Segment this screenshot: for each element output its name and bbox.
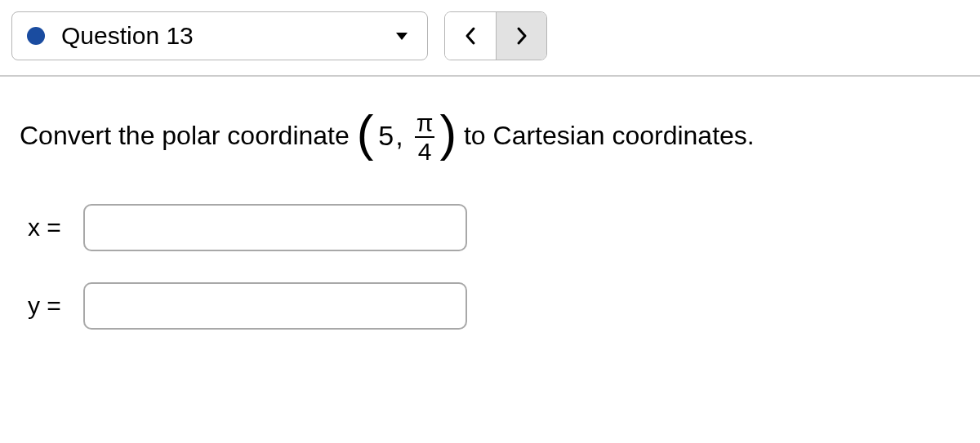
polar-r-value: 5 bbox=[378, 120, 394, 152]
prev-question-button[interactable] bbox=[445, 12, 496, 60]
left-paren: ( bbox=[357, 108, 374, 158]
next-question-button[interactable] bbox=[496, 12, 546, 60]
y-input[interactable] bbox=[83, 282, 467, 330]
theta-denominator: 4 bbox=[416, 138, 434, 165]
chevron-left-icon bbox=[464, 26, 477, 46]
polar-comma: , bbox=[395, 120, 403, 152]
right-paren: ) bbox=[439, 108, 457, 158]
theta-numerator: π bbox=[415, 109, 435, 136]
x-answer-row: x = bbox=[20, 204, 960, 251]
question-selector-dropdown[interactable]: Question 13 bbox=[11, 11, 428, 60]
polar-theta-fraction: π 4 bbox=[415, 109, 435, 165]
header-divider bbox=[0, 75, 980, 77]
question-header: Question 13 bbox=[11, 11, 969, 60]
y-label: y = bbox=[28, 292, 83, 320]
chevron-right-icon bbox=[515, 26, 528, 46]
x-input[interactable] bbox=[83, 204, 467, 251]
prompt-post-text: to Cartesian coordinates. bbox=[457, 121, 755, 151]
caret-down-icon bbox=[396, 33, 408, 40]
status-dot-icon bbox=[27, 27, 45, 45]
prompt-pre-text: Convert the polar coordinate bbox=[20, 121, 357, 151]
question-nav-group bbox=[444, 11, 547, 60]
question-prompt: Convert the polar coordinate ( 5 , π 4 )… bbox=[20, 108, 960, 163]
question-body: Convert the polar coordinate ( 5 , π 4 )… bbox=[11, 108, 969, 330]
x-label: x = bbox=[28, 214, 83, 241]
question-label: Question 13 bbox=[61, 22, 388, 50]
y-answer-row: y = bbox=[20, 282, 960, 330]
